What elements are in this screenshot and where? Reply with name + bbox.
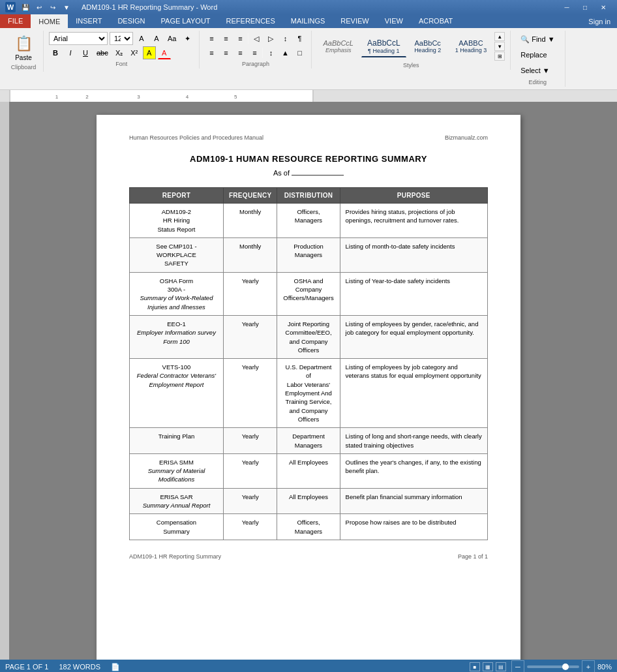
clipboard-group: 📋 Paste Clipboard xyxy=(4,31,44,72)
purpose-cell: Outlines the year's changes, if any, to … xyxy=(340,453,487,488)
tab-insert[interactable]: INSERT xyxy=(68,14,110,28)
customize-icon[interactable]: ▼ xyxy=(61,1,72,13)
save-icon[interactable]: 💾 xyxy=(20,1,31,13)
shading-button[interactable]: ▲ xyxy=(278,46,292,59)
style-heading3[interactable]: AABBC 1 Heading 3 xyxy=(449,37,493,56)
page-header: Human Resources Policies and Procedures … xyxy=(129,134,488,141)
distribution-cell: OSHA andCompanyOfficers/Managers xyxy=(277,272,340,315)
redo-icon[interactable]: ↪ xyxy=(47,1,59,13)
sign-in[interactable]: Sign in xyxy=(582,14,617,28)
table-header-row: REPORT FREQUENCY DISTRIBUTION PURPOSE xyxy=(130,188,488,204)
font-clear-button[interactable]: ✦ xyxy=(181,32,194,45)
align-right-button[interactable]: ≡ xyxy=(233,46,247,59)
styles-scroll-down[interactable]: ▼ xyxy=(494,42,505,51)
svg-text:2: 2 xyxy=(85,94,89,100)
font-size-select[interactable]: 12 xyxy=(110,32,133,45)
document-title: ADM109-1 HUMAN RESOURCE REPORTING SUMMAR… xyxy=(129,154,488,164)
para-row-1: ≡ ≡ ≡ ◁ ▷ ↕ ¶ xyxy=(205,32,306,45)
undo-icon[interactable]: ↩ xyxy=(33,1,45,13)
paste-button[interactable]: 📋 Paste xyxy=(9,32,38,63)
font-grow-button[interactable]: A xyxy=(135,32,148,45)
increase-indent-button[interactable]: ▷ xyxy=(264,32,277,45)
editing-group: 🔍 Find ▼ Replace Select ▼ Editing xyxy=(511,31,565,87)
tab-design[interactable]: DESIGN xyxy=(110,14,153,28)
center-button[interactable]: ≡ xyxy=(219,46,232,59)
word-app-icon: W xyxy=(5,2,16,12)
justify-button[interactable]: ≡ xyxy=(248,46,261,59)
zoom-out-button[interactable]: ─ xyxy=(511,660,524,672)
tab-view[interactable]: VIEW xyxy=(377,14,411,28)
purpose-cell: Benefit plan financial summary informati… xyxy=(340,488,487,514)
paragraph-label: Paragraph xyxy=(242,61,269,67)
style-heading1-label: ¶ Heading 1 xyxy=(367,48,400,54)
maximize-button[interactable]: □ xyxy=(577,0,594,14)
zoom-in-button[interactable]: + xyxy=(582,660,595,672)
find-button[interactable]: 🔍 Find ▼ xyxy=(516,32,559,46)
tab-file[interactable]: FILE xyxy=(0,14,31,28)
bullets-button[interactable]: ≡ xyxy=(205,32,218,45)
view-icons: ■ ▦ ▤ xyxy=(470,662,506,671)
print-layout-view[interactable]: ■ xyxy=(470,662,480,671)
style-heading1-preview: AaBbCcL xyxy=(367,38,400,48)
style-emphasis[interactable]: AaBbCcL Emphasis xyxy=(317,37,359,56)
header-left: Human Resources Policies and Procedures … xyxy=(129,134,263,141)
status-right: ■ ▦ ▤ ─ + 80% xyxy=(470,660,612,672)
styles-scroll-up[interactable]: ▲ xyxy=(494,32,505,41)
bold-button[interactable]: B xyxy=(49,46,62,59)
frequency-cell: Yearly xyxy=(223,428,277,454)
tab-page-layout[interactable]: PAGE LAYOUT xyxy=(153,14,218,28)
report-cell: OSHA Form300A -Summary of Work-Related I… xyxy=(130,272,224,315)
superscript-button[interactable]: X² xyxy=(128,46,141,59)
show-hide-button[interactable]: ¶ xyxy=(293,32,306,45)
select-button[interactable]: Select ▼ xyxy=(516,63,559,78)
decrease-indent-button[interactable]: ◁ xyxy=(250,32,263,45)
font-family-select[interactable]: Arial xyxy=(49,32,108,45)
style-heading1[interactable]: AaBbCcL ¶ Heading 1 xyxy=(361,36,406,57)
tab-review[interactable]: REVIEW xyxy=(333,14,376,28)
editing-controls: 🔍 Find ▼ Replace Select ▼ xyxy=(516,32,559,78)
zoom-slider[interactable] xyxy=(527,665,579,668)
font-color-button[interactable]: A xyxy=(158,46,171,59)
web-layout-view[interactable]: ▤ xyxy=(496,662,506,671)
sort-button[interactable]: ↕ xyxy=(278,32,292,45)
line-spacing-button[interactable]: ↕ xyxy=(264,46,277,59)
tab-references[interactable]: REFERENCES xyxy=(218,14,283,28)
align-left-button[interactable]: ≡ xyxy=(205,46,218,59)
style-heading2-label: Heading 2 xyxy=(414,47,442,53)
report-cell: ERISA SARSummary Annual Report xyxy=(130,488,224,514)
subscript-button[interactable]: X₂ xyxy=(113,46,126,59)
italic-button[interactable]: I xyxy=(64,46,77,59)
close-button[interactable]: ✕ xyxy=(595,0,612,14)
tab-mailings[interactable]: MAILINGS xyxy=(283,14,333,28)
tab-home[interactable]: HOME xyxy=(31,14,68,28)
borders-button[interactable]: □ xyxy=(293,46,306,59)
purpose-cell: Listing of long and short-range needs, w… xyxy=(340,428,487,454)
table-row: VETS-100Federal Contractor Veterans' Emp… xyxy=(130,359,488,428)
styles-expand[interactable]: ⊞ xyxy=(494,52,505,61)
multilevel-button[interactable]: ≡ xyxy=(233,32,247,45)
svg-text:5: 5 xyxy=(234,94,237,100)
footer-left: ADM109-1 HR Reporting Summary xyxy=(129,553,221,560)
select-label: Select ▼ xyxy=(520,67,550,74)
tab-acrobat[interactable]: ACROBAT xyxy=(411,14,460,28)
distribution-cell: ProductionManagers xyxy=(277,237,340,272)
styles-group: AaBbCcL Emphasis AaBbCcL ¶ Heading 1 AaB… xyxy=(312,31,511,70)
replace-button[interactable]: Replace xyxy=(516,48,559,62)
frequency-cell: Monthly xyxy=(223,204,277,238)
font-case-button[interactable]: Aa xyxy=(165,32,179,45)
strikethrough-button[interactable]: abc xyxy=(94,46,111,59)
full-screen-view[interactable]: ▦ xyxy=(483,662,493,671)
numbering-button[interactable]: ≡ xyxy=(219,32,232,45)
font-shrink-button[interactable]: A xyxy=(150,32,163,45)
asof-line: As of xyxy=(129,169,488,177)
underline-button[interactable]: U xyxy=(79,46,92,59)
style-heading2[interactable]: AaBbCc Heading 2 xyxy=(408,37,447,56)
distribution-cell: All Employees xyxy=(277,488,340,514)
text-highlight-button[interactable]: A xyxy=(143,46,156,59)
title-bar-left: W 💾 ↩ ↪ ▼ ADM109-1 HR Reporting Summary … xyxy=(5,1,217,13)
asof-label: As of xyxy=(273,169,292,177)
find-label: Find ▼ xyxy=(532,35,554,43)
frequency-cell: Yearly xyxy=(223,359,277,428)
ribbon-tab-bar: HOME FILE INSERT DESIGN PAGE LAYOUT REFE… xyxy=(0,14,617,28)
minimize-button[interactable]: ─ xyxy=(558,0,575,14)
